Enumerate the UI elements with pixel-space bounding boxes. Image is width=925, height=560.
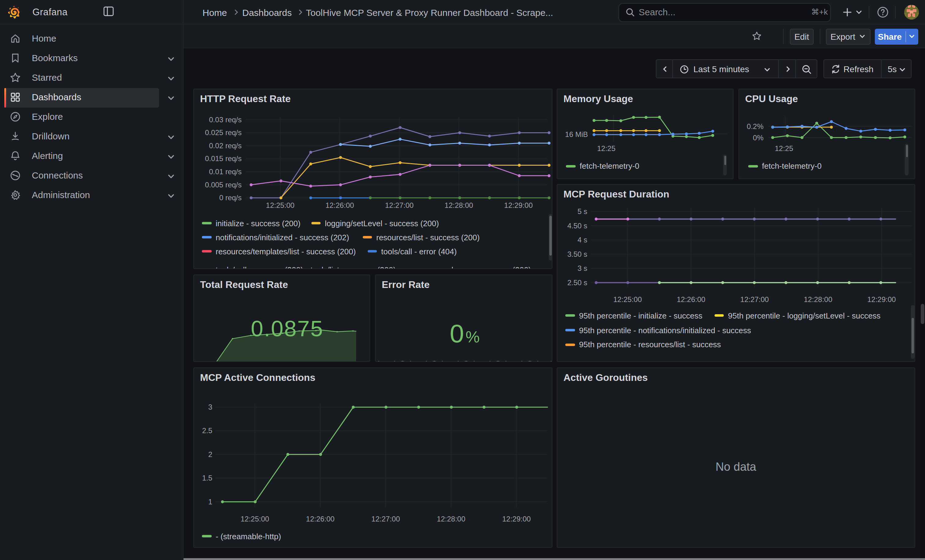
svg-text:12:25:00: 12:25:00: [240, 515, 269, 523]
svg-text:12:27:00: 12:27:00: [385, 201, 414, 209]
svg-text:12:26:00: 12:26:00: [677, 295, 705, 303]
svg-text:0: 0: [450, 319, 464, 348]
svg-text:12:26:00: 12:26:00: [325, 201, 354, 209]
svg-text:12:26:00: 12:26:00: [306, 515, 334, 523]
svg-text:3: 3: [208, 403, 212, 411]
svg-text:%: %: [466, 328, 480, 346]
svg-text:0.2%: 0.2%: [747, 122, 764, 131]
svg-text:12:29:00: 12:29:00: [504, 201, 533, 209]
svg-text:12:28:00: 12:28:00: [804, 295, 832, 303]
svg-text:12:29:00: 12:29:00: [867, 295, 896, 303]
svg-text:3.50 s: 3.50 s: [567, 250, 587, 258]
svg-text:2.5: 2.5: [202, 426, 212, 435]
svg-text:0.01 req/s: 0.01 req/s: [209, 168, 242, 176]
svg-text:0.015 req/s: 0.015 req/s: [205, 155, 242, 163]
svg-text:12:27:00: 12:27:00: [371, 515, 400, 523]
svg-text:1.5: 1.5: [202, 474, 212, 482]
svg-text:16 MiB: 16 MiB: [565, 130, 588, 138]
svg-text:1: 1: [208, 498, 212, 506]
svg-text:12:28:00: 12:28:00: [437, 515, 465, 523]
svg-text:0 req/s: 0 req/s: [219, 194, 242, 202]
svg-text:12:25: 12:25: [775, 144, 793, 153]
svg-text:12:25: 12:25: [597, 144, 615, 153]
svg-text:12:25:00: 12:25:00: [266, 201, 294, 209]
svg-text:3 s: 3 s: [577, 264, 587, 272]
svg-text:12:25:00: 12:25:00: [613, 295, 642, 303]
svg-text:0.02 req/s: 0.02 req/s: [209, 141, 242, 150]
svg-text:2: 2: [208, 450, 212, 458]
svg-text:0.0875: 0.0875: [251, 316, 324, 341]
svg-text:12:29:00: 12:29:00: [502, 515, 531, 523]
svg-text:12:27:00: 12:27:00: [740, 295, 769, 303]
svg-text:0.025 req/s: 0.025 req/s: [205, 128, 242, 137]
svg-text:4 s: 4 s: [577, 236, 587, 244]
svg-text:2.50 s: 2.50 s: [567, 278, 587, 287]
svg-text:5 s: 5 s: [577, 207, 587, 216]
svg-text:0.005 req/s: 0.005 req/s: [205, 181, 242, 189]
svg-text:12:28:00: 12:28:00: [444, 201, 473, 209]
svg-text:0%: 0%: [753, 134, 764, 142]
svg-text:0.03 req/s: 0.03 req/s: [209, 116, 242, 124]
svg-text:4.50 s: 4.50 s: [567, 222, 587, 230]
